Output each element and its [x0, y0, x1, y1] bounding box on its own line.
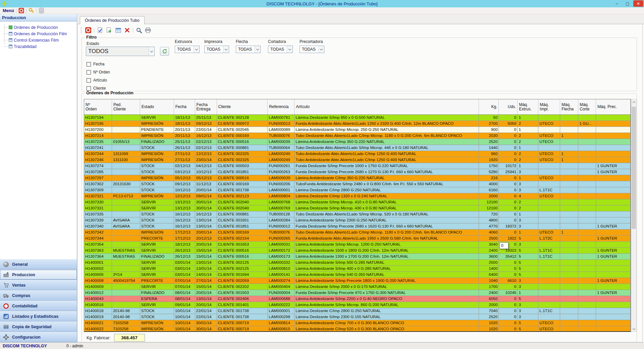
column-header-fecha_entrega[interactable]: Fecha Entrega [195, 99, 217, 114]
column-header-uds[interactable]: Uds. [499, 99, 518, 114]
chevron-down-icon[interactable] [287, 46, 292, 53]
table-row[interactable]: H1307274STOCK02/12/1304/12/13CLIENTE 000… [84, 163, 631, 169]
chevron-down-icon[interactable] [194, 46, 199, 53]
chevron-down-icon[interactable] [255, 46, 260, 53]
table-row[interactable]: H1307339AVISARASTOCK16/12/1313/01/14CLIE… [84, 217, 631, 223]
checkbox[interactable] [87, 62, 91, 66]
maximize-button[interactable]: ▢ [623, 0, 633, 7]
checkbox[interactable] [87, 70, 91, 74]
filter-select-cortadora[interactable]: TODAS [268, 46, 293, 53]
column-header-maq_prec[interactable]: Máq. Prec. [596, 99, 631, 114]
table-row[interactable]: H14000052º/14SERVIR03/01/1414/01/14CLIEN… [84, 272, 631, 278]
column-header-kg[interactable]: Kg. [479, 99, 499, 114]
table-row[interactable]: H1307342IMPRESIÓN17/12/1320/01/14CLIENTE… [84, 230, 631, 236]
table-row[interactable]: H130730220131630STOCK09/12/1311/12/13CLI… [84, 181, 631, 187]
table-row[interactable]: H1307354SERVIR18/12/1320/01/14CLIENTE 00… [84, 242, 631, 248]
table-row[interactable]: H130723501055/13FINALIZADO25/11/1302/12/… [84, 139, 631, 145]
table-row[interactable]: H1400012FINALIZADO08/01/1420/01/14CLIENT… [84, 290, 631, 296]
filter-select-flecha[interactable]: TODAS [236, 46, 261, 53]
app-icon[interactable] [18, 8, 24, 13]
table-row[interactable]: H14000227103258IMPRESIÓN10/01/1430/01/14… [84, 326, 631, 332]
checkbox[interactable] [87, 86, 91, 91]
grid-icon[interactable] [115, 27, 121, 34]
column-header-referencia[interactable]: Referencia [268, 99, 294, 114]
tab-ordenes-produccion-tubo[interactable]: Órdenes de Producción Tubo [80, 16, 145, 24]
tree-item-4[interactable]: Trazabilidad [3, 43, 77, 50]
chevron-down-icon[interactable] [223, 46, 229, 53]
table-row[interactable]: H1400016SERVIR09/01/1420/01/14CLIENTE 00… [84, 302, 631, 308]
table-row[interactable]: H13072461311100IMPRESIÓN27/11/1323/01/14… [84, 157, 631, 163]
tree-item-2[interactable]: Ordenes de Producción Film [3, 31, 77, 37]
estado-select[interactable]: TODOS [86, 47, 155, 56]
column-header-estado[interactable]: Estado [140, 99, 174, 114]
delete-icon[interactable] [124, 27, 130, 34]
table-row[interactable]: H1307195IMPRESIÓN18/11/1309/12/13CLIENTE… [84, 121, 631, 127]
nav-button-copia-de-seguridad[interactable]: Copia de Seguridad [0, 321, 77, 332]
filter-select-precortadora[interactable]: TODAS [300, 46, 324, 53]
filter-select-extrusora[interactable]: TODAS [175, 46, 200, 53]
calculator-icon[interactable] [39, 8, 44, 13]
table-row[interactable]: H1307335STOCK16/12/1316/12/13CLIENTE 000… [84, 211, 631, 217]
column-header-cliente[interactable]: Cliente [217, 99, 268, 114]
column-header-maq_corte[interactable]: Máq. Corte [578, 99, 596, 114]
table-row[interactable]: H1307309STOCK10/12/1320/01/14CLIENTE 001… [84, 187, 631, 193]
table-row[interactable]: H13072441311099IMPRESIÓN27/11/1312/12/13… [84, 151, 631, 157]
nav-button-listados-y-estad-sticas[interactable]: Listados y Estadísticas [0, 311, 77, 321]
table-row[interactable]: H14000217103258IMPRESIÓN10/01/1430/01/14… [84, 320, 631, 326]
table-row[interactable]: H1400043ESPERA08/01/1413/01/14CLIENTE 00… [84, 296, 631, 302]
scroll-down-button[interactable] [631, 326, 636, 332]
scroll-up-button[interactable] [631, 99, 636, 105]
chevron-down-icon[interactable] [149, 47, 154, 56]
checkbox[interactable] [87, 78, 91, 83]
column-header-ped_cliente[interactable]: Ped. Cliente [112, 99, 140, 114]
table-row[interactable]: H1307331SERVIR13/12/1330/01/14CLIENTE 00… [84, 205, 631, 211]
column-header-maq_impr[interactable]: Máq. Impr. [538, 99, 560, 114]
table-row[interactable]: H140001920140-98STOCK10/01/1422/01/14CLI… [84, 314, 631, 320]
column-header-orden[interactable]: Nº Orden [84, 99, 112, 114]
nav-button-compras[interactable]: Compras [0, 290, 77, 301]
close-button[interactable]: ✕ [633, 0, 643, 7]
column-header-maq_extrus[interactable]: Máq. Extrus. [518, 99, 538, 114]
column-header-fecha[interactable]: Fecha [174, 99, 195, 114]
vertical-scrollbar[interactable] [631, 99, 637, 332]
cell-edit-popup[interactable]: 0 [499, 242, 508, 249]
export-doc-icon[interactable] [106, 27, 112, 34]
filter-select-impresora[interactable]: TODAS [204, 46, 229, 53]
table-row[interactable]: H1307194SERVIR18/11/1325/11/13CLIENTE 00… [84, 115, 631, 121]
minimize-button[interactable]: – [612, 0, 622, 7]
table-row[interactable]: H1307285STOCK03/12/1310/12/13CLIENTE 001… [84, 169, 631, 175]
nav-button-general[interactable]: General [0, 259, 77, 269]
nav-button-configuracion[interactable]: Configuracion [0, 332, 77, 342]
table-row[interactable]: H1307364MUESTRASFINALIZADO26/12/1315/01/… [84, 254, 631, 260]
menu-button[interactable]: Menú [3, 8, 14, 13]
tree-item-1[interactable]: Ordenes de Producción [3, 24, 77, 31]
tree-item-3[interactable]: Control Existencias Film [3, 37, 77, 43]
key-icon[interactable] [29, 8, 34, 13]
app-icon[interactable] [85, 27, 92, 34]
table-row[interactable]: H1307363MUESTRASSERVIR26/12/1315/01/14CL… [84, 248, 631, 254]
refresh-button[interactable] [160, 47, 169, 56]
table-row[interactable]: H1400009SERVIR07/01/1415/01/14CLIENTE 00… [84, 284, 631, 290]
table-row[interactable]: H1307200PENDIENTE20/11/1322/01/14CLIENTE… [84, 127, 631, 133]
table-row[interactable]: H1307321PC13-0713IMPRESIÓN12/12/1309/01/… [84, 193, 631, 199]
scrollbar-thumb[interactable] [632, 107, 636, 229]
table-row[interactable]: H140001820140-98STOCK10/01/1422/01/14CLI… [84, 308, 631, 314]
table-row[interactable]: H1307214IMPRESIÓN20/11/1316/12/13CLIENTE… [84, 133, 631, 139]
table-row[interactable]: H1307241STOCK26/11/1302/12/13CLIENTE 000… [84, 145, 631, 151]
table-row[interactable]: H1307330SERVIR13/12/1330/01/14CLIENTE 00… [84, 199, 631, 205]
table-row[interactable]: H1307344PRECORTE17/12/1320/12/13CLIENTE … [84, 236, 631, 242]
column-header-articulo[interactable]: Artículo [294, 99, 479, 114]
table-row[interactable]: H14000084500419754PRECORTE07/01/1427/01/… [84, 278, 631, 284]
nav-button-produccion[interactable]: Produccion [0, 269, 77, 280]
nav-button-contabilidad[interactable]: Contabilidad [0, 301, 77, 311]
edit-doc-icon[interactable] [97, 27, 103, 34]
column-header-maq_flecha[interactable]: Máq. Flecha [560, 99, 578, 114]
table-row[interactable]: H1400002SERVIR03/01/1413/01/14CLIENTE 00… [84, 266, 631, 272]
search-icon[interactable] [136, 27, 142, 34]
table-row[interactable]: H1307297IMPRESIÓN05/12/1305/12/13CLIENTE… [84, 175, 631, 181]
table-row[interactable]: H1307340AVISARASTOCK16/12/1313/01/14CLIE… [84, 223, 631, 230]
table-row[interactable]: H1400001SERVIR03/01/1413/01/14CLIENTE 00… [84, 260, 631, 266]
print-icon[interactable] [145, 27, 151, 34]
nav-button-ventas[interactable]: Ventas [0, 280, 77, 290]
chevron-down-icon[interactable] [318, 46, 324, 53]
